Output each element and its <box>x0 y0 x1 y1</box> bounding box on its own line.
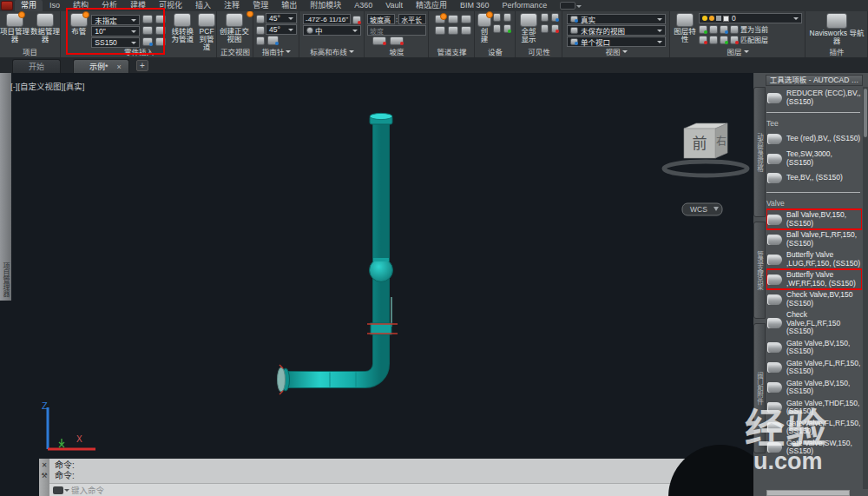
slope-run-field[interactable]: 水平长 <box>398 14 426 24</box>
palette-item[interactable]: Gate Valve,BV,150,(SS150) <box>766 338 862 358</box>
layer-lockdown-icon[interactable] <box>699 36 707 44</box>
ribbon-tab-8[interactable]: 注释 <box>218 0 246 11</box>
layer-freeze-icon[interactable] <box>709 25 718 34</box>
layer-unisolate-icon[interactable] <box>730 25 739 34</box>
layer-combo[interactable]: 0 <box>699 13 802 23</box>
visibility-end-icon[interactable] <box>551 24 559 33</box>
layer-unlock-icon[interactable] <box>709 36 718 44</box>
equipment-attach-icon[interactable] <box>503 13 511 22</box>
wcs-menu[interactable]: WCS <box>682 203 722 215</box>
ribbon-tab-14[interactable]: 精选应用 <box>410 0 453 11</box>
ribbon-tab-5[interactable]: 建模 <box>124 0 152 11</box>
ribbon-tab-10[interactable]: 输出 <box>275 0 303 11</box>
project-manager-button[interactable]: 项目管理器 <box>0 13 30 43</box>
compass-display-icon[interactable] <box>267 36 279 45</box>
viewport-controls-label[interactable]: [-][自定义视图][真实] <box>10 80 85 92</box>
data-manager-button[interactable]: 数据管理器 <box>30 13 60 43</box>
pipe-size-combo[interactable]: 10" <box>91 26 140 36</box>
layer-properties-button[interactable]: 图层特性 <box>674 13 696 44</box>
slope-tool-icon[interactable] <box>142 15 153 23</box>
slope-binocular-icon-2[interactable] <box>390 36 404 45</box>
palette-scrollbar[interactable] <box>863 87 868 489</box>
ribbon-tab-15[interactable]: BIM 360 <box>454 0 496 11</box>
elevation-field[interactable]: -472'-6 11/16" <box>303 14 351 24</box>
viewcube[interactable]: 前 右 WCS <box>658 109 753 227</box>
support-create-icon[interactable] <box>435 15 445 23</box>
palette-item[interactable]: Butterfly Valve,WF,RF,150, (SS150) <box>766 269 862 289</box>
command-wrench-icon[interactable]: ⚒ <box>41 473 47 479</box>
palette-bottom-bar[interactable] <box>766 490 850 496</box>
palette-spine-tab-1[interactable]: 动态管道规格 <box>753 87 766 217</box>
equipment-modify-icon[interactable] <box>493 13 501 22</box>
model-space-canvas[interactable]: 项目管理器 [-][自定义视图][真实] <box>0 73 753 496</box>
refresh-elevation-icon[interactable] <box>352 16 361 24</box>
palette-item[interactable]: Tee,BV,, (SS150) <box>766 169 862 188</box>
command-input[interactable]: 键入命令 <box>49 483 745 496</box>
perpendicular-icon[interactable] <box>142 26 153 35</box>
support-copy-icon[interactable] <box>448 26 458 35</box>
ribbon-tab-2[interactable]: Iso <box>43 0 66 11</box>
ribbon-tab-3[interactable]: 结构 <box>67 0 95 11</box>
line-number-combo[interactable]: 未指定 <box>91 15 140 25</box>
palette-item[interactable]: Gate Valve,FL,RF,150,(SS150) <box>766 358 862 378</box>
ribbon-tab-11[interactable]: 附加模块 <box>304 0 347 11</box>
ribbon-tab-16[interactable]: Performance <box>496 0 554 11</box>
join-tool-icon[interactable] <box>155 37 166 46</box>
compass-angle-combo-1[interactable]: 45° <box>266 13 297 23</box>
palette-item[interactable]: Tee,SW,3000, (SS150) <box>766 149 862 169</box>
command-window[interactable]: ✕ ⚒ 命令: 命令: 键入命令 <box>39 459 745 496</box>
elbow-tool-icon[interactable] <box>155 26 166 35</box>
pipe-model-3d[interactable] <box>234 99 720 464</box>
compass-toggle-icon[interactable] <box>256 15 265 23</box>
slope-binocular-icon-1[interactable] <box>372 36 386 45</box>
file-tab-drawing[interactable]: 示例*× <box>73 59 129 73</box>
app-icon[interactable] <box>1 1 13 10</box>
create-ortho-view-button[interactable]: 创建正交视图 <box>218 13 251 43</box>
new-tab-button[interactable]: + <box>136 60 148 71</box>
justification-combo[interactable]: 中 <box>303 25 361 36</box>
compass-tickmark-icon[interactable] <box>256 36 265 45</box>
close-tab-icon[interactable]: × <box>117 63 122 71</box>
support-detach-icon[interactable] <box>461 15 471 23</box>
palette-item[interactable]: Butterfly Valve,LUG,RF,150, (SS150) <box>766 249 862 269</box>
named-views-combo[interactable]: 未保存的视图 <box>567 25 666 36</box>
palette-item[interactable]: REDUCER (ECC),BV,,(SS150) <box>766 88 862 108</box>
visual-style-combo[interactable]: 真实 <box>567 14 666 24</box>
compass-angle-combo-2[interactable]: 45° <box>266 24 297 35</box>
set-current-layer-button[interactable]: 置为当前 <box>740 24 768 34</box>
visibility-isolate-icon[interactable] <box>551 13 559 22</box>
visibility-fade-icon[interactable] <box>541 24 549 33</box>
ribbon-tab-6[interactable]: 可视化 <box>153 0 188 11</box>
palette-item[interactable]: Ball Valve,BV,150,(SS150) <box>766 209 862 229</box>
equipment-convert-icon[interactable] <box>503 24 511 33</box>
ribbon-tab-13[interactable]: Vault <box>379 0 409 11</box>
equipment-detach-icon[interactable] <box>493 24 501 33</box>
palette-spine-tab-2[interactable]: 管道支撑吊架 <box>753 222 766 319</box>
ribbon-tab-9[interactable]: 管理 <box>247 0 274 11</box>
visibility-hide-icon[interactable] <box>541 13 549 22</box>
palette-item[interactable]: Ball Valve,FL,RF,150,(SS150) <box>766 229 862 249</box>
layer-walk-icon[interactable] <box>720 36 728 44</box>
palette-item[interactable]: Gate Valve,THDF,150,(SS150) <box>766 398 862 418</box>
palette-item[interactable]: Check Valve,FL,RF,150(SS150) <box>766 309 862 338</box>
ribbon-tab-4[interactable]: 分析 <box>95 0 123 11</box>
layer-isolate-icon[interactable] <box>720 25 728 34</box>
palette-item[interactable]: Gate Valve,BV,150,(SS150) <box>766 378 862 398</box>
support-edit-icon[interactable] <box>461 26 471 35</box>
palette-item[interactable]: Check Valve,BV,150(SS150) <box>766 289 862 309</box>
palette-spine-tab-3[interactable]: 阀门和附件 <box>753 323 766 453</box>
tool-palette-title[interactable]: 工具选项板 - AUTOCAD … <box>766 75 863 86</box>
support-move-icon[interactable] <box>435 26 445 35</box>
ribbon-tab-12[interactable]: A360 <box>348 0 378 11</box>
command-close-icon[interactable]: ✕ <box>42 462 48 469</box>
navisworks-button[interactable]: Navisworks 导航器 <box>809 13 865 45</box>
ribbon-tab-7[interactable]: 插入 <box>189 0 217 11</box>
eraser-tool-icon[interactable] <box>142 37 153 46</box>
show-all-button[interactable]: 全部显示 <box>518 13 539 43</box>
command-window-grip[interactable]: ✕ ⚒ <box>39 459 49 496</box>
slope-rise-field[interactable]: 坡度高 <box>367 14 395 24</box>
collapsed-palette-strip[interactable]: 项目管理器 <box>0 73 11 301</box>
palette-item[interactable]: Gate Valve,SW,150,(SS150) <box>766 438 862 458</box>
support-attach-icon[interactable] <box>448 15 458 23</box>
ribbon-display-toggle-icon[interactable] <box>560 2 575 10</box>
